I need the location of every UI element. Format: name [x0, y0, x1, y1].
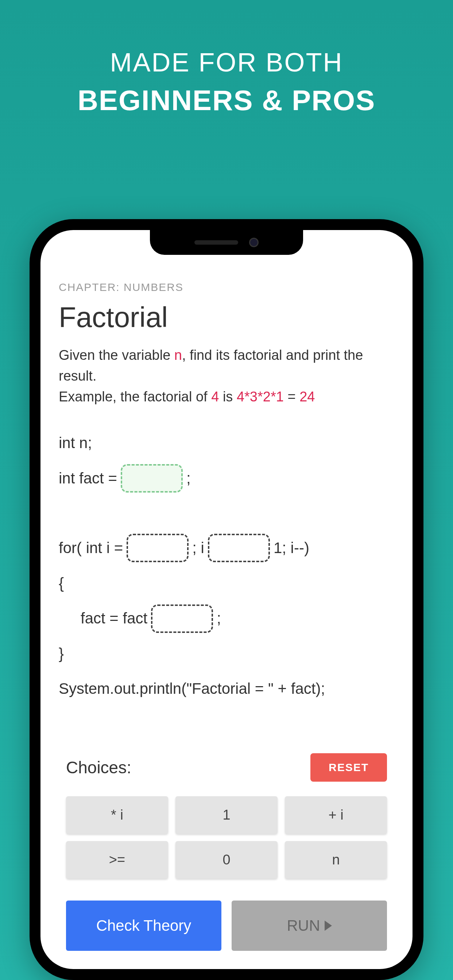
- reset-button[interactable]: RESET: [310, 753, 387, 782]
- phone-frame: CHAPTER: NUMBERS Factorial Given the var…: [30, 219, 423, 980]
- code-text: ;: [217, 601, 221, 636]
- blank-slot-3[interactable]: [208, 534, 270, 562]
- code-text: ;: [187, 461, 191, 496]
- code-text: System.out.println("Factorial = " + fact…: [59, 678, 325, 700]
- promo-line1: MADE FOR BOTH: [78, 48, 375, 77]
- choice-button-3[interactable]: >=: [66, 841, 168, 879]
- spacer: [59, 706, 394, 739]
- blank-slot-4[interactable]: [151, 605, 213, 633]
- desc-expr: 4*3*2*1: [237, 389, 284, 404]
- code-block: int n; int fact = ; for( int i = ; i 1; …: [59, 425, 394, 706]
- desc-var-n: n: [174, 347, 182, 363]
- action-row: Check Theory RUN: [59, 900, 394, 951]
- blank-slot-1[interactable]: [121, 464, 183, 493]
- code-text: int n;: [59, 425, 92, 461]
- lesson-title: Factorial: [59, 301, 394, 334]
- desc-num-4: 4: [211, 389, 219, 404]
- run-button[interactable]: RUN: [231, 900, 387, 951]
- code-line-5: fact = fact ;: [59, 601, 394, 636]
- chapter-label: CHAPTER: NUMBERS: [59, 281, 394, 293]
- choice-button-5[interactable]: n: [285, 841, 387, 879]
- choices-label: Choices:: [66, 757, 131, 777]
- code-line-2: int fact = ;: [59, 461, 394, 496]
- code-text: int fact =: [59, 461, 117, 496]
- choice-button-2[interactable]: + i: [285, 796, 387, 834]
- promo-heading: MADE FOR BOTH BEGINNERS & PROS: [78, 48, 375, 117]
- play-icon: [325, 921, 332, 931]
- choice-button-4[interactable]: 0: [175, 841, 278, 879]
- code-text: 1; i--): [274, 530, 309, 566]
- desc-text: Example, the factorial of: [59, 389, 211, 404]
- choice-button-0[interactable]: * i: [66, 796, 168, 834]
- choice-grid: * i 1 + i >= 0 n: [59, 796, 394, 879]
- desc-result: 24: [300, 389, 315, 404]
- lesson-description: Given the variable n, find its factorial…: [59, 345, 394, 407]
- desc-text: is: [219, 389, 237, 404]
- camera-icon: [249, 238, 258, 247]
- blank-slot-2[interactable]: [126, 534, 188, 562]
- promo-line2: BEGINNERS & PROS: [78, 84, 375, 117]
- choices-section: Choices: RESET * i 1 + i >= 0 n: [59, 753, 394, 879]
- code-line-4: {: [59, 566, 394, 601]
- code-text: }: [59, 636, 64, 671]
- phone-screen: CHAPTER: NUMBERS Factorial Given the var…: [40, 230, 413, 969]
- choice-button-1[interactable]: 1: [175, 796, 278, 834]
- phone-notch: [150, 230, 303, 255]
- check-theory-button[interactable]: Check Theory: [66, 900, 222, 951]
- code-text: fact = fact: [81, 601, 147, 636]
- choices-header: Choices: RESET: [59, 753, 394, 782]
- code-text: for( int i =: [59, 530, 123, 566]
- code-spacer: [59, 496, 394, 530]
- code-line-3: for( int i = ; i 1; i--): [59, 530, 394, 566]
- code-text: {: [59, 566, 64, 601]
- speaker-icon: [195, 240, 238, 245]
- code-text: ; i: [192, 530, 204, 566]
- desc-text: =: [284, 389, 300, 404]
- run-label: RUN: [287, 917, 320, 934]
- code-line-6: }: [59, 636, 394, 671]
- code-line-1: int n;: [59, 425, 394, 461]
- code-line-7: System.out.println("Factorial = " + fact…: [59, 671, 394, 706]
- desc-text: Given the variable: [59, 347, 174, 363]
- app-content: CHAPTER: NUMBERS Factorial Given the var…: [40, 230, 413, 969]
